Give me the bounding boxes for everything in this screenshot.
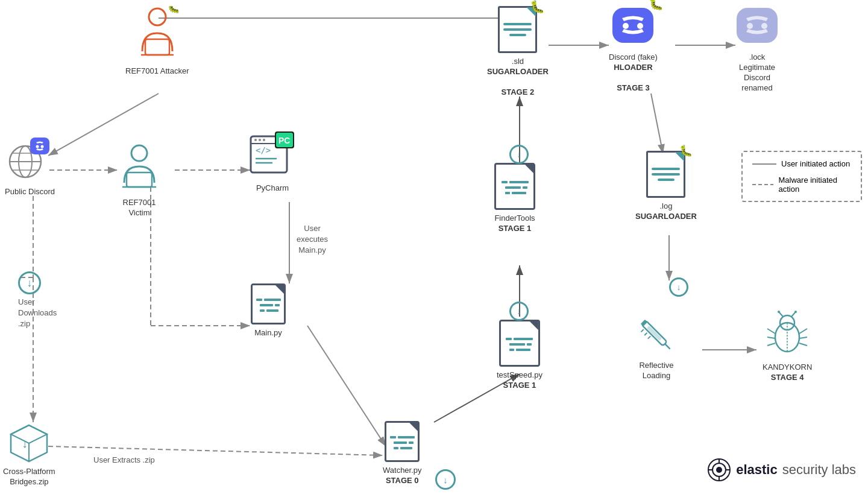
attacker-label: REF7001 Attacker — [125, 66, 189, 77]
download-icon-2: ↓ — [435, 469, 456, 490]
svg-point-80 — [778, 311, 780, 313]
svg-rect-55 — [612, 8, 653, 43]
svg-point-57 — [637, 23, 643, 29]
download-icon-1: ↓ — [18, 271, 41, 294]
svg-line-74 — [767, 343, 775, 346]
svg-line-73 — [767, 337, 775, 338]
solid-line-legend — [752, 163, 776, 165]
svg-text:🐛: 🐛 — [530, 0, 544, 13]
svg-line-65 — [665, 344, 670, 349]
findertools-label: FinderToolsSTAGE 1 — [494, 214, 535, 234]
svg-rect-33 — [30, 138, 49, 154]
findertools-node: FinderToolsSTAGE 1 — [494, 163, 535, 234]
user-executes-label: UserexecutesMain.py — [297, 223, 328, 256]
svg-text:🐛: 🐛 — [649, 0, 663, 10]
download-findertools: ↓ — [509, 145, 529, 164]
kandykorn-icon — [764, 311, 810, 359]
svg-text:🐛: 🐛 — [679, 144, 693, 157]
svg-rect-25 — [145, 39, 169, 55]
download-watcher: ↓ — [435, 469, 456, 490]
svg-line-68 — [648, 336, 650, 338]
download-icon-3: ↓ — [509, 302, 529, 321]
mainpy-label: Main.py — [254, 328, 282, 338]
svg-point-34 — [36, 145, 39, 148]
testspeed-node: testSpeed.pySTAGE 1 — [497, 320, 542, 391]
victim-label: REF7001Victim — [123, 198, 156, 218]
svg-rect-64 — [647, 326, 662, 341]
testspeed-icon — [499, 320, 540, 367]
bug-hloader3: 🐛 — [649, 0, 663, 13]
bug-sugarloader2: 🐛 — [530, 0, 544, 16]
victim-node: REF7001Victim — [118, 144, 160, 218]
svg-line-76 — [799, 337, 807, 338]
download-log: ↓ — [669, 277, 688, 297]
svg-rect-37 — [127, 172, 152, 187]
victim-icon — [118, 144, 160, 192]
logsugarloader-label: .logSUGARLOADER — [635, 201, 697, 222]
svg-point-42 — [259, 139, 261, 141]
crossplatform-node: ↓ Cross-PlatformBridges.zip — [3, 422, 55, 487]
pycharm-node: </> PC PyCharm — [250, 131, 295, 194]
reflective-loading-icon — [635, 314, 678, 357]
kandykorn-label: KANDYKORNSTAGE 4 — [763, 362, 812, 383]
attacker-node: 🐛 REF7001 Attacker — [125, 6, 189, 77]
svg-line-66 — [641, 329, 644, 332]
public-discord-node: Public Discord — [5, 138, 55, 197]
public-discord-icon — [7, 138, 52, 181]
svg-rect-59 — [737, 8, 778, 43]
svg-point-35 — [41, 145, 44, 148]
logsugarloader-node: 🐛 .logSUGARLOADER — [635, 151, 697, 222]
elastic-brand: elastic — [736, 462, 778, 478]
svg-point-56 — [623, 23, 629, 29]
mainpy-node: Main.py — [251, 283, 286, 338]
findertools-icon — [494, 163, 535, 210]
svg-point-24 — [149, 8, 166, 25]
svg-point-41 — [254, 139, 257, 141]
testspeed-label: testSpeed.pySTAGE 1 — [497, 370, 542, 391]
mainpy-icon — [251, 283, 286, 324]
reflective-loading-label: ReflectiveLoading — [639, 361, 673, 381]
watcherpy-icon — [385, 421, 420, 462]
legend-box: User initiated action Malware initiated … — [741, 151, 862, 202]
download-icon-4: ↓ — [509, 145, 529, 164]
kandykorn-node: KANDYKORNSTAGE 4 — [763, 311, 812, 383]
svg-point-81 — [794, 311, 797, 313]
user-downloads-label: UserDownloads.zip — [18, 297, 57, 330]
sugarloader2-label: .sldSUGARLOADERSTAGE 2 — [487, 57, 549, 98]
lockfile-icon — [734, 3, 780, 46]
svg-line-67 — [644, 333, 647, 335]
dashed-line-legend — [752, 184, 773, 185]
elastic-logo-icon — [707, 458, 731, 482]
elastic-logo: elastic security labs — [707, 458, 856, 482]
malware-action-label: Malware initiated action — [778, 176, 851, 194]
svg-point-36 — [131, 145, 147, 161]
svg-rect-69 — [641, 320, 647, 326]
svg-line-11 — [307, 326, 386, 446]
hloader3-node: 🐛 Discord (fake)HLOADERSTAGE 3 — [609, 3, 658, 93]
lockfile-label: .lockLegitimateDiscordrenamed — [739, 52, 775, 93]
sugarloader2-node: 🐛 .sldSUGARLOADERSTAGE 2 — [487, 6, 549, 98]
svg-text:PC: PC — [278, 136, 290, 145]
svg-text:↓: ↓ — [22, 437, 28, 450]
public-discord-label: Public Discord — [5, 187, 55, 197]
elastic-security-text: security labs — [782, 462, 856, 478]
svg-line-77 — [799, 343, 807, 346]
pycharm-label: PyCharm — [256, 183, 289, 194]
user-extracts-label: User Extracts .zip — [93, 455, 155, 464]
svg-point-61 — [761, 23, 767, 29]
svg-point-85 — [716, 467, 722, 473]
svg-line-72 — [767, 329, 775, 334]
user-downloads-area: ↓ UserDownloads.zip — [18, 271, 57, 330]
attacker-icon: 🐛 — [136, 6, 178, 60]
svg-line-19 — [651, 93, 663, 154]
download-icon-5: ↓ — [669, 277, 688, 297]
user-action-label: User initiated action — [781, 159, 850, 168]
svg-point-43 — [263, 139, 265, 141]
svg-line-75 — [799, 329, 807, 334]
hloader3-label: Discord (fake)HLOADERSTAGE 3 — [609, 52, 658, 93]
svg-marker-51 — [11, 425, 47, 443]
svg-point-60 — [747, 23, 753, 29]
crossplatform-label: Cross-PlatformBridges.zip — [3, 467, 55, 487]
malware-action-legend: Malware initiated action — [752, 176, 851, 194]
svg-text:</>: </> — [256, 145, 271, 155]
